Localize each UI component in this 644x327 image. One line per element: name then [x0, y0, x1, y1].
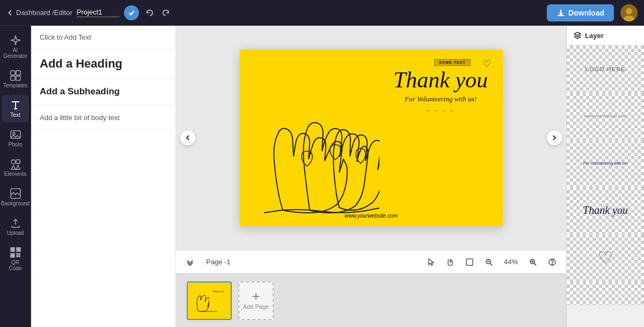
layer-thumb-heart[interactable]: ♡ — [567, 234, 644, 281]
prev-page-button[interactable] — [180, 130, 195, 145]
pan-tool-button[interactable] — [443, 255, 458, 270]
sidebar-label-background: Background — [1, 200, 30, 206]
svg-point-9 — [11, 160, 16, 164]
download-label: Download — [568, 9, 604, 17]
click-to-add-text[interactable]: Click to Add Text — [31, 26, 175, 49]
card-for-vol[interactable]: For Volunteering with us! — [389, 95, 493, 103]
add-body-option[interactable]: Add a little bit of body text — [31, 105, 175, 130]
svg-rect-19 — [11, 254, 14, 257]
card-text-group: Thank you For Volunteering with us! - - … — [389, 68, 493, 113]
help-button[interactable] — [545, 255, 560, 270]
subheading-label: Add a Subheading — [40, 86, 120, 96]
sidebar-label-qr: QR Code — [5, 259, 26, 271]
sidebar-label-text: Text — [10, 112, 20, 118]
card-hands-illustration — [251, 60, 379, 215]
heading-label: Add a Heading — [40, 57, 122, 70]
body-label: Add a little bit of body text — [40, 114, 120, 122]
download-button[interactable]: Download — [547, 4, 614, 21]
sidebar-label-ai: AI Generator — [3, 47, 27, 59]
layer-thumb-extra[interactable] — [567, 281, 644, 305]
add-page-button[interactable]: Add Page — [238, 281, 274, 320]
sidebar-item-background[interactable]: Background — [2, 183, 29, 211]
sidebar-item-photo[interactable]: Photo — [2, 124, 29, 152]
add-subheading-option[interactable]: Add a Subheading — [31, 79, 175, 105]
layer-icon — [573, 31, 582, 40]
undo-button[interactable] — [143, 6, 156, 19]
sidebar-item-upload[interactable]: Upload — [2, 213, 29, 240]
page-thumbnail-1[interactable]: Thank you www.yourwebsite.com — [187, 281, 232, 320]
back-label: Dashboard /Editor — [16, 9, 72, 17]
sidebar-item-templates[interactable]: Templates — [2, 65, 29, 93]
card-tag[interactable]: SOME TEXT — [434, 59, 470, 66]
card-background: SOME TEXT ♡ — [240, 49, 503, 226]
layer-thumb-website[interactable]: www.yourwebsite.com — [567, 93, 644, 140]
sidebar-item-elements[interactable]: Elements — [2, 154, 29, 181]
layer-thumb-thankyou[interactable]: Thank you — [567, 187, 644, 234]
topbar: Dashboard /Editor Download — [0, 0, 644, 26]
svg-marker-36 — [574, 32, 581, 35]
svg-rect-6 — [16, 76, 20, 80]
svg-point-1 — [626, 8, 632, 14]
layer-thumb-forvolunteering[interactable]: For Volunteering with us! — [567, 140, 644, 187]
svg-rect-22 — [17, 256, 18, 257]
project-name-input[interactable] — [77, 8, 120, 17]
svg-rect-24 — [466, 259, 473, 265]
svg-rect-5 — [11, 76, 15, 80]
undo-redo-group — [143, 6, 172, 19]
sparkle-icon — [10, 34, 21, 46]
icon-sidebar: AI Generator Templates Text Photo Elemen… — [0, 26, 31, 327]
sidebar-label-elements: Elements — [4, 171, 27, 177]
photo-icon — [10, 129, 21, 140]
user-avatar[interactable] — [620, 4, 638, 21]
next-page-button[interactable] — [547, 130, 562, 145]
svg-line-29 — [534, 263, 536, 265]
select-tool-button[interactable] — [423, 255, 438, 270]
right-panel: Layer LOGO HERE www.yourwebsite.com For … — [566, 26, 644, 327]
text-panel: Click to Add Text Add a Heading Add a Su… — [31, 26, 176, 327]
card-website[interactable]: www.yourwebsite.com — [345, 213, 398, 219]
svg-rect-20 — [17, 254, 18, 255]
svg-rect-23 — [19, 256, 20, 257]
layer-thumb-logo[interactable]: LOGO HERE — [567, 46, 644, 93]
sidebar-label-upload: Upload — [7, 230, 24, 236]
svg-rect-3 — [11, 71, 15, 75]
zoom-value: 44% — [501, 258, 521, 266]
redo-button[interactable] — [159, 6, 172, 19]
layer-label: Layer — [585, 32, 604, 40]
sidebar-item-text[interactable]: Text — [2, 95, 29, 122]
sidebar-item-qr[interactable]: QR Code — [2, 242, 29, 276]
sidebar-item-ai-generator[interactable]: AI Generator — [2, 30, 29, 63]
canvas-card: SOME TEXT ♡ — [240, 49, 503, 226]
canvas-area: SOME TEXT ♡ — [176, 26, 566, 327]
upload-icon — [10, 217, 21, 229]
sidebar-label-templates: Templates — [3, 83, 28, 88]
main-layout: AI Generator Templates Text Photo Elemen… — [0, 26, 644, 327]
text-icon — [10, 99, 21, 111]
templates-icon — [10, 70, 21, 81]
zoom-in-button[interactable] — [525, 255, 540, 270]
canvas-workspace: SOME TEXT ♡ — [176, 26, 566, 250]
svg-line-26 — [490, 263, 492, 265]
topbar-left: Dashboard /Editor — [6, 5, 540, 20]
card-dash: - - - - — [389, 107, 493, 113]
svg-marker-12 — [16, 165, 20, 169]
collapse-pages-button[interactable] — [182, 255, 197, 270]
bottom-toolbar: Page -1 44% — [176, 250, 566, 273]
fit-frame-button[interactable] — [462, 255, 477, 270]
card-thank-you[interactable]: Thank you — [389, 68, 493, 92]
svg-point-33 — [552, 264, 553, 265]
save-indicator — [124, 5, 139, 20]
add-page-label: Add Page — [243, 303, 269, 310]
back-button[interactable]: Dashboard /Editor — [6, 9, 72, 17]
svg-rect-17 — [17, 248, 20, 251]
thumbnail-strip: Thank you www.yourwebsite.com Add Page — [176, 273, 566, 327]
svg-rect-21 — [19, 254, 20, 255]
zoom-out-button[interactable] — [481, 255, 496, 270]
svg-point-8 — [13, 132, 15, 135]
add-heading-option[interactable]: Add a Heading — [31, 49, 175, 79]
sidebar-label-photo: Photo — [8, 142, 22, 147]
layer-panel-header: Layer — [567, 26, 644, 46]
page-label: Page -1 — [206, 258, 231, 266]
svg-rect-10 — [16, 160, 20, 164]
background-icon — [10, 188, 21, 199]
